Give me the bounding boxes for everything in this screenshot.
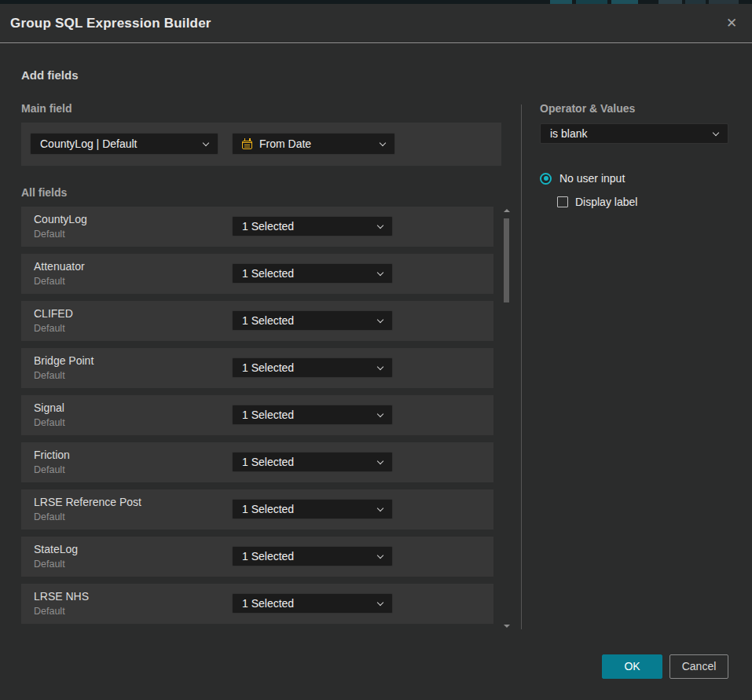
screen: Group SQL Expression Builder ✕ Add field…: [0, 0, 752, 700]
field-subtitle: Default: [34, 559, 65, 570]
chevron-down-icon: [377, 504, 383, 511]
field-selected-dropdown[interactable]: 1 Selected: [232, 263, 393, 284]
main-field-layer-value: CountyLog | Default: [40, 137, 204, 150]
ok-button[interactable]: OK: [602, 654, 662, 679]
add-fields-heading: Add fields: [21, 68, 79, 82]
field-selected-dropdown[interactable]: 1 Selected: [232, 546, 393, 566]
field-subtitle: Default: [34, 417, 65, 428]
field-selected-value: 1 Selected: [242, 550, 378, 563]
field-name: Signal: [34, 401, 64, 414]
field-row: Signal Default 1 Selected: [21, 395, 493, 435]
field-subtitle: Default: [34, 229, 65, 240]
chevron-down-icon: [377, 410, 383, 416]
field-selected-value: 1 Selected: [242, 220, 378, 233]
main-field-field-dropdown[interactable]: From Date: [232, 133, 395, 155]
field-selected-value: 1 Selected: [242, 409, 378, 421]
cancel-button[interactable]: Cancel: [669, 654, 728, 679]
chevron-down-icon: [377, 599, 383, 605]
field-name: LRSE Reference Post: [34, 496, 141, 508]
main-field-layer-dropdown[interactable]: CountyLog | Default: [30, 133, 218, 155]
all-fields-label: All fields: [21, 186, 67, 199]
field-selected-dropdown[interactable]: 1 Selected: [232, 593, 393, 614]
checkbox-unchecked-icon[interactable]: [557, 196, 568, 207]
no-user-input-radio[interactable]: No user input: [540, 172, 625, 185]
field-name: LRSE NHS: [34, 590, 89, 603]
field-subtitle: Default: [34, 606, 65, 617]
field-row: CountyLog Default 1 Selected: [21, 207, 493, 247]
operator-value: is blank: [550, 127, 713, 140]
field-selected-dropdown[interactable]: 1 Selected: [232, 310, 393, 331]
chevron-down-icon: [377, 457, 383, 464]
field-row: Attenuator Default 1 Selected: [21, 254, 493, 294]
main-field-label: Main field: [21, 102, 72, 115]
all-fields-list: CountyLog Default 1 Selected Attenuator …: [21, 207, 493, 631]
chevron-down-icon: [377, 363, 383, 369]
field-name: CLIFED: [34, 307, 73, 320]
display-label-checkbox[interactable]: Display label: [557, 196, 637, 208]
field-name: CountyLog: [34, 213, 87, 225]
field-row: Friction Default 1 Selected: [21, 442, 493, 482]
main-field-panel: CountyLog | Default From Date: [21, 123, 501, 166]
field-selected-value: 1 Selected: [242, 597, 378, 610]
chevron-down-icon: [713, 129, 719, 135]
field-selected-dropdown[interactable]: 1 Selected: [232, 499, 393, 519]
field-subtitle: Default: [34, 370, 65, 381]
main-field-field-value: From Date: [259, 137, 380, 150]
no-user-input-label: No user input: [559, 172, 625, 185]
field-subtitle: Default: [34, 511, 65, 522]
chevron-down-icon: [203, 139, 209, 145]
field-row: LRSE Reference Post Default 1 Selected: [21, 489, 493, 530]
scrollbar-down-arrow-icon[interactable]: [504, 625, 510, 628]
field-row: Bridge Point Default 1 Selected: [21, 348, 493, 388]
chevron-down-icon: [377, 222, 383, 228]
field-selected-value: 1 Selected: [242, 361, 378, 374]
field-selected-value: 1 Selected: [242, 314, 378, 327]
field-selected-dropdown[interactable]: 1 Selected: [232, 452, 393, 472]
scrollbar-up-arrow-icon[interactable]: [504, 209, 510, 212]
chevron-down-icon: [377, 316, 383, 322]
field-selected-value: 1 Selected: [242, 503, 378, 515]
operator-dropdown[interactable]: is blank: [540, 123, 728, 144]
vertical-divider: [521, 104, 522, 629]
field-row: LRSE NHS Default 1 Selected: [21, 584, 493, 624]
chevron-down-icon: [377, 269, 383, 275]
operator-values-label: Operator & Values: [540, 102, 635, 115]
field-selected-dropdown[interactable]: 1 Selected: [232, 405, 393, 425]
group-sql-expression-builder-dialog: Group SQL Expression Builder ✕ Add field…: [0, 4, 752, 700]
calendar-icon: [242, 141, 252, 149]
field-name: StateLog: [34, 543, 78, 555]
field-selected-value: 1 Selected: [242, 267, 378, 280]
field-name: Attenuator: [34, 260, 85, 273]
field-name: Friction: [34, 449, 70, 461]
dialog-titlebar: Group SQL Expression Builder ✕: [0, 4, 752, 43]
field-row: CLIFED Default 1 Selected: [21, 301, 493, 341]
field-row: StateLog Default 1 Selected: [21, 537, 493, 577]
field-selected-dropdown[interactable]: 1 Selected: [232, 216, 393, 236]
radio-selected-icon[interactable]: [540, 173, 552, 185]
close-icon[interactable]: ✕: [721, 13, 742, 34]
field-subtitle: Default: [34, 276, 65, 287]
dialog-title: Group SQL Expression Builder: [10, 4, 211, 43]
field-name: Bridge Point: [34, 354, 94, 367]
field-subtitle: Default: [34, 323, 65, 334]
chevron-down-icon: [380, 139, 386, 145]
display-label-label: Display label: [575, 196, 637, 208]
chevron-down-icon: [377, 552, 383, 558]
all-fields-scrollbar[interactable]: [503, 206, 511, 631]
field-selected-value: 1 Selected: [242, 456, 378, 468]
field-subtitle: Default: [34, 464, 65, 475]
field-selected-dropdown[interactable]: 1 Selected: [232, 357, 393, 378]
scrollbar-thumb[interactable]: [504, 218, 509, 302]
